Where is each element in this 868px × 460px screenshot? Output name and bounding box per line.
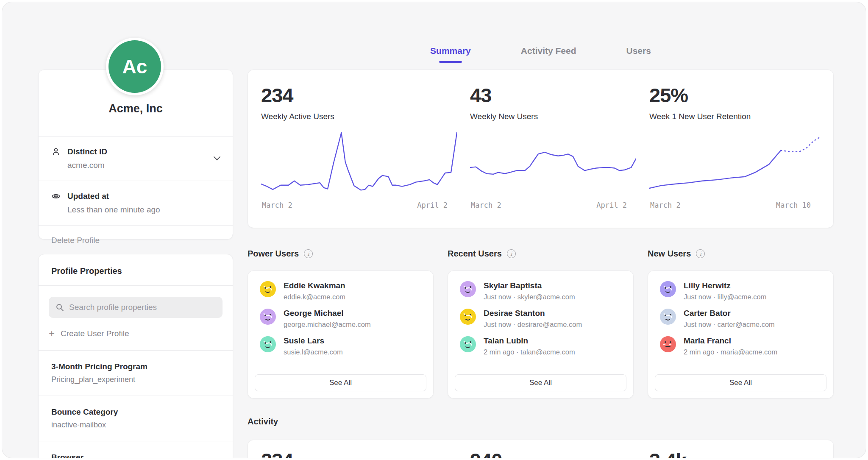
user-avatar <box>260 336 276 352</box>
power-users-card: Eddie Kwakman eddie.k@acme.com George Mi… <box>248 270 434 399</box>
property-row[interactable]: Bounce Category inactive-mailbox <box>39 396 233 441</box>
property-name: 3-Month Pricing Program <box>51 362 220 371</box>
create-user-profile-button[interactable]: + Create User Profile <box>49 329 223 338</box>
tab-summary[interactable]: Summary <box>430 46 471 63</box>
recent-users-section: Recent Users i Skylar Baptista Just now … <box>448 246 634 399</box>
profile-properties-search[interactable] <box>49 297 223 318</box>
section-title: Power Users <box>248 249 299 259</box>
divider <box>39 285 233 286</box>
activity-card: 234 940 3.4k <box>248 440 834 458</box>
user-avatar <box>460 309 476 325</box>
user-name: Maria Franci <box>684 336 777 346</box>
x-tick: March 10 <box>776 201 811 209</box>
doodle-face-icon <box>660 309 676 325</box>
stat-value: 234 <box>261 84 457 107</box>
updated-at-value: Less than one minute ago <box>67 205 220 215</box>
delete-profile-button[interactable]: Delete Profile <box>39 225 233 255</box>
distinct-id-label: Distinct ID <box>67 147 107 156</box>
x-tick: April 2 <box>596 201 627 209</box>
user-name: Skylar Baptista <box>484 281 575 290</box>
user-row[interactable]: Susie Lars susie.l@acme.com <box>260 336 421 356</box>
activity-stat-value: 3.4k <box>649 449 820 458</box>
user-row[interactable]: Carter Bator Just now · carter@acme.com <box>660 309 821 329</box>
distinct-id-row[interactable]: Distinct ID acme.com <box>39 136 233 181</box>
x-tick: March 2 <box>650 201 681 209</box>
user-row[interactable]: Skylar Baptista Just now · skyler@acme.c… <box>460 281 621 301</box>
user-row[interactable]: Eddie Kwakman eddie.k@acme.com <box>260 281 421 301</box>
info-icon[interactable]: i <box>304 249 313 258</box>
user-row[interactable]: Maria Franci 2 min ago · maria@acme.com <box>660 336 821 356</box>
property-row[interactable]: 3-Month Pricing Program Pricing_plan_exp… <box>39 350 233 396</box>
property-value: Pricing_plan_experiment <box>51 375 220 384</box>
company-avatar: Ac <box>106 38 164 95</box>
user-row[interactable]: Talan Lubin 2 min ago · talan@acme.com <box>460 336 621 356</box>
user-avatar <box>660 309 676 325</box>
property-name: Bounce Category <box>51 407 220 417</box>
week1-retention-chart <box>649 131 820 195</box>
property-row[interactable]: Browser Chrome <box>39 441 233 458</box>
summary-stats-card: 234 Weekly Active Users March 2 April 2 … <box>248 70 834 228</box>
plus-icon: + <box>49 329 55 338</box>
power-users-section: Power Users i Eddie Kwakman eddie.k@acme… <box>248 246 434 399</box>
user-sections: Power Users i Eddie Kwakman eddie.k@acme… <box>248 246 834 399</box>
see-all-button[interactable]: See All <box>455 374 626 391</box>
app-canvas: Ac Acme, Inc Distinct ID acme.com <box>2 2 866 458</box>
user-meta: 2 min ago · maria@acme.com <box>684 348 777 356</box>
property-value: inactive-mailbox <box>51 421 220 429</box>
stat-weekly-new-users: 43 Weekly New Users March 2 April 2 <box>470 70 636 228</box>
new-users-section: New Users i Lilly Herwitz Just now · lil… <box>648 246 834 399</box>
doodle-face-icon <box>260 309 276 325</box>
search-input[interactable] <box>69 303 216 312</box>
eye-icon <box>51 192 61 201</box>
user-meta: Just now · carter@acme.com <box>684 321 775 329</box>
activity-section-title: Activity <box>248 417 278 427</box>
user-row[interactable]: George Michael george.michael@acme.com <box>260 309 421 329</box>
doodle-face-icon <box>660 281 676 297</box>
company-avatar-initials: Ac <box>108 40 161 93</box>
doodle-face-icon <box>260 336 276 352</box>
stat-label: Weekly Active Users <box>261 112 457 121</box>
user-name: Desirae Stanton <box>484 309 582 318</box>
chevron-down-icon[interactable] <box>213 156 221 162</box>
section-title: New Users <box>648 249 691 259</box>
user-avatar <box>660 336 676 352</box>
user-meta: Just now · lilly@acme.com <box>684 293 767 301</box>
profile-properties-card: Profile Properties + Create User Profile… <box>38 254 233 458</box>
x-tick: April 2 <box>417 201 448 209</box>
user-meta: george.michael@acme.com <box>284 321 371 329</box>
stat-label: Week 1 New User Retention <box>649 112 820 121</box>
user-meta: Just now · skyler@acme.com <box>484 293 575 301</box>
recent-users-card: Skylar Baptista Just now · skyler@acme.c… <box>448 270 634 399</box>
tab-users[interactable]: Users <box>626 46 651 63</box>
user-avatar <box>260 309 276 325</box>
user-name: Eddie Kwakman <box>284 281 345 290</box>
new-users-card: Lilly Herwitz Just now · lilly@acme.com … <box>648 270 834 399</box>
user-name: George Michael <box>284 309 371 318</box>
see-all-button[interactable]: See All <box>655 374 826 391</box>
weekly-active-users-chart <box>261 131 457 195</box>
user-avatar <box>460 281 476 297</box>
info-icon[interactable]: i <box>507 249 516 258</box>
stat-label: Weekly New Users <box>470 112 636 121</box>
updated-at-row: Updated at Less than one minute ago <box>39 181 233 225</box>
stat-value: 25% <box>649 84 820 107</box>
x-tick: March 2 <box>471 201 501 209</box>
x-tick: March 2 <box>262 201 292 209</box>
see-all-button[interactable]: See All <box>255 374 426 391</box>
doodle-face-icon <box>460 309 476 325</box>
updated-at-label: Updated at <box>67 192 109 201</box>
stat-week1-retention: 25% Week 1 New User Retention March 2 Ma… <box>649 70 820 228</box>
tab-activity-feed[interactable]: Activity Feed <box>521 46 576 63</box>
user-row[interactable]: Desirae Stanton Just now · desirare@acme… <box>460 309 621 329</box>
user-avatar <box>660 281 676 297</box>
info-icon[interactable]: i <box>696 249 705 258</box>
tab-bar: Summary Activity Feed Users <box>248 46 834 63</box>
search-icon <box>56 303 64 312</box>
person-icon <box>51 147 61 156</box>
user-row[interactable]: Lilly Herwitz Just now · lilly@acme.com <box>660 281 821 301</box>
doodle-face-icon <box>460 281 476 297</box>
user-meta: Just now · desirare@acme.com <box>484 321 582 329</box>
stat-value: 43 <box>470 84 636 107</box>
doodle-face-icon <box>460 336 476 352</box>
activity-stat-value: 940 <box>470 449 636 458</box>
